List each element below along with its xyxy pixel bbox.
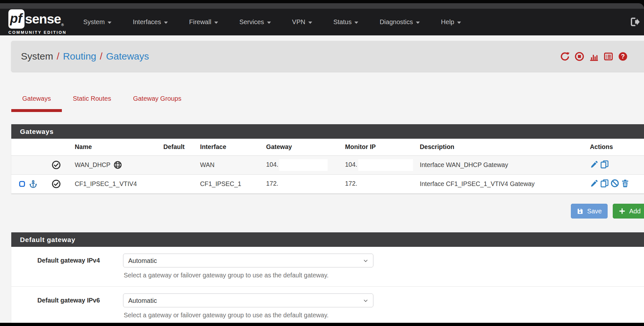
column-header-monitor-ip: Monitor IP xyxy=(340,139,417,155)
community-edition-label: COMMUNITY EDITION xyxy=(8,30,66,35)
nav-item-status[interactable]: Status xyxy=(333,18,359,26)
chevron-down-icon xyxy=(457,22,461,24)
enabled-check-circle-icon xyxy=(52,160,69,170)
page-toolbar: ? xyxy=(560,51,628,61)
ban-icon xyxy=(610,179,619,188)
column-header-name: Name xyxy=(69,139,163,155)
form-row-default-gateway-ipv6: Default gateway IPv6 Automatic Select a … xyxy=(11,286,644,326)
table-row-wan-dhcp: WAN_DHCP WAN 104. 104. Interface WAN_DHC… xyxy=(11,155,644,174)
pencil-icon xyxy=(590,160,599,169)
nav-menu: System Interfaces Firewall Services VPN … xyxy=(83,18,461,26)
nav-item-firewall[interactable]: Firewall xyxy=(189,18,218,26)
default-gateway-panel: Default gateway Default gateway IPv4 Aut… xyxy=(11,232,644,326)
save-floppy-icon xyxy=(577,208,583,215)
default-gateway-globe-icon xyxy=(113,161,122,169)
chevron-down-icon xyxy=(108,22,111,24)
gateway-interface: WAN xyxy=(195,155,261,174)
gateways-panel: Gateways Name Default Interface Gateway … xyxy=(11,124,644,194)
column-header-default: Default xyxy=(163,139,195,155)
stop-icon[interactable] xyxy=(574,51,584,61)
table-row-cf1-ipsec: CF1_IPSEC_1_VTIV4 CF1_IPSEC_1 172. 172. … xyxy=(11,174,644,193)
delete-gateway-button[interactable] xyxy=(621,179,630,188)
chevron-down-icon xyxy=(308,22,312,24)
breadcrumb-separator: / xyxy=(100,51,102,62)
disable-gateway-button[interactable] xyxy=(610,179,619,188)
default-gateway-ipv4-help: Select a gateway or failover gateway gro… xyxy=(124,272,373,279)
tab-bar: Gateways Static Routes Gateway Groups xyxy=(11,92,192,112)
redacted-ip-box xyxy=(358,178,413,190)
chevron-down-icon xyxy=(354,22,358,24)
enabled-check-circle-icon xyxy=(52,179,69,189)
main-navbar: pf sense ® COMMUNITY EDITION System Inte… xyxy=(0,9,644,35)
nav-item-services[interactable]: Services xyxy=(239,18,271,26)
refresh-icon[interactable] xyxy=(560,51,570,61)
gateway-name: CF1_IPSEC_1_VTIV4 xyxy=(75,180,137,188)
window-top-edge xyxy=(0,0,644,9)
default-gateway-panel-title: Default gateway xyxy=(11,232,644,247)
help-icon[interactable]: ? xyxy=(618,51,628,61)
pfsense-logo[interactable]: pf sense ® COMMUNITY EDITION xyxy=(8,9,66,35)
registered-mark: ® xyxy=(61,23,64,27)
logout-button[interactable] xyxy=(629,16,640,27)
chevron-down-icon xyxy=(416,22,420,24)
form-row-default-gateway-ipv4: Default gateway IPv4 Automatic Select a … xyxy=(11,247,644,286)
nav-item-help[interactable]: Help xyxy=(441,18,461,26)
default-gateway-ipv4-select[interactable]: Automatic xyxy=(123,254,373,267)
table-header-row: Name Default Interface Gateway Monitor I… xyxy=(11,139,644,155)
copy-icon xyxy=(600,179,609,188)
pfsense-logo-pf: pf xyxy=(8,9,24,29)
copy-icon xyxy=(600,160,609,169)
svg-text:?: ? xyxy=(621,53,625,60)
edit-gateway-button[interactable] xyxy=(590,160,599,169)
nav-item-vpn[interactable]: VPN xyxy=(292,18,312,26)
pfsense-logo-sense: sense xyxy=(25,12,61,27)
log-list-icon[interactable] xyxy=(603,51,613,61)
column-header-gateway: Gateway xyxy=(261,139,340,155)
redacted-ip-box xyxy=(279,159,328,171)
sign-out-icon xyxy=(629,16,640,27)
nav-item-interfaces[interactable]: Interfaces xyxy=(133,18,168,26)
anchor-icon xyxy=(29,180,38,189)
default-gateway-ipv6-label: Default gateway IPv6 xyxy=(11,293,100,319)
tab-static-routes[interactable]: Static Routes xyxy=(62,92,122,112)
tab-gateways[interactable]: Gateways xyxy=(11,92,62,112)
column-header-interface: Interface xyxy=(195,139,261,155)
default-gateway-ipv4-label: Default gateway IPv4 xyxy=(11,254,100,279)
plus-icon xyxy=(619,208,626,215)
default-gateway-ipv6-help: Select a gateway or failover gateway gro… xyxy=(124,312,373,319)
add-gateway-button[interactable]: Add xyxy=(613,204,644,219)
monitor-ip: 104. xyxy=(345,161,357,168)
gateway-description: Interface CF1_IPSEC_1_VTIV4 Gateway xyxy=(417,174,586,193)
pencil-icon xyxy=(590,179,599,188)
column-header-actions: Actions xyxy=(586,139,644,155)
breadcrumb: System / Routing / Gateways xyxy=(21,51,149,62)
gateway-description: Interface WAN_DHCP Gateway xyxy=(417,155,586,174)
square-outline-icon xyxy=(18,180,26,188)
breadcrumb-separator: / xyxy=(57,51,59,62)
default-gateway-ipv6-select[interactable]: Automatic xyxy=(123,293,373,307)
breadcrumb-panel: System / Routing / Gateways ? xyxy=(11,41,644,72)
copy-gateway-button[interactable] xyxy=(600,179,609,188)
gateway-address: 104. xyxy=(266,161,278,168)
gateway-interface: CF1_IPSEC_1 xyxy=(195,174,261,193)
save-button[interactable]: Save xyxy=(571,204,608,219)
copy-gateway-button[interactable] xyxy=(600,160,609,169)
chevron-down-icon xyxy=(164,22,168,24)
nav-item-diagnostics[interactable]: Diagnostics xyxy=(380,18,419,26)
column-header-description: Description xyxy=(417,139,586,155)
breadcrumb-gateways-link[interactable]: Gateways xyxy=(106,51,149,62)
breadcrumb-system: System xyxy=(21,51,53,62)
breadcrumb-routing-link[interactable]: Routing xyxy=(63,51,96,62)
bar-chart-icon[interactable] xyxy=(589,51,599,61)
trash-icon xyxy=(621,179,630,188)
tab-gateway-groups[interactable]: Gateway Groups xyxy=(122,92,192,112)
nav-item-system[interactable]: System xyxy=(83,18,111,26)
gateways-table: Name Default Interface Gateway Monitor I… xyxy=(11,139,644,194)
window-bottom-edge xyxy=(0,323,644,326)
chevron-down-icon xyxy=(267,22,271,24)
window-title-strip xyxy=(0,3,644,9)
table-action-bar: Save Add xyxy=(11,204,644,219)
chevron-down-icon xyxy=(214,22,218,24)
edit-gateway-button[interactable] xyxy=(590,179,599,188)
gateways-panel-title: Gateways xyxy=(11,124,644,139)
